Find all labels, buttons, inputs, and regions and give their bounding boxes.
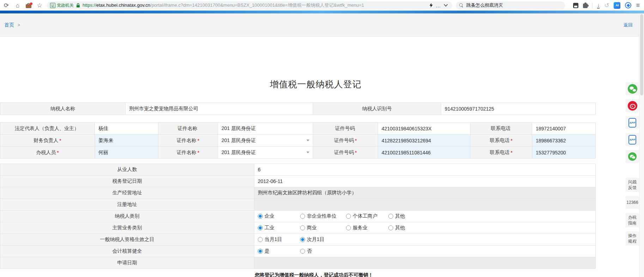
- radio-label: 非企业性单位: [307, 213, 336, 219]
- radio-option-other[interactable]: 其他: [388, 225, 431, 231]
- more-options-icon[interactable]: …: [436, 2, 441, 8]
- sidebar-wechat-mini-button[interactable]: [626, 150, 639, 163]
- sidebar-wechat-button[interactable]: [626, 82, 639, 95]
- radio-icon: [300, 214, 305, 219]
- tax-clerk-label: 办税人员*: [0, 147, 95, 159]
- radio-icon: [258, 214, 263, 219]
- home-icon[interactable]: ⌂: [14, 2, 21, 8]
- cert-name-label: 证件名称*: [158, 147, 218, 159]
- radio-option-other[interactable]: 其他: [388, 213, 431, 219]
- phone-label: 联系电话*: [470, 147, 532, 159]
- url-host: etax.hubei.chinatax.gov.cn: [96, 2, 150, 8]
- legal-rep-cert-no-value: 42100319840615323X: [378, 123, 470, 135]
- tax-clerk-phone-input[interactable]: 15327795200: [532, 147, 596, 159]
- radio-label: 商业: [307, 225, 317, 231]
- radio-icon: [346, 214, 351, 219]
- effective-date-label: 一般纳税人资格生效之日: [0, 234, 254, 246]
- cert-no-label: 证件号码*: [313, 147, 378, 159]
- reading-list-icon[interactable]: [573, 3, 578, 8]
- cert-name-label: 证件名称: [158, 123, 218, 135]
- sidebar-hotline-12366-button[interactable]: 12366: [626, 196, 639, 209]
- radio-label: 企业: [265, 213, 274, 219]
- vertical-scrollbar[interactable]: [639, 13, 644, 277]
- finance-officer-cert-name-select[interactable]: 201 居民身份证: [218, 135, 313, 147]
- undo-icon[interactable]: ↺: [604, 2, 609, 8]
- radio-option-industry[interactable]: 工业: [258, 225, 300, 231]
- label-text: 联系电话: [490, 137, 510, 144]
- sidebar-weibo-button[interactable]: [626, 99, 639, 112]
- address-bar[interactable]: 证 党政机关 https://etax.hubei.chinatax.gov.c…: [47, 1, 452, 10]
- finance-officer-name-input[interactable]: 姜海来: [95, 135, 158, 147]
- radio-option-non-enterprise[interactable]: 非企业性单位: [300, 213, 346, 219]
- toolbar-divider: [592, 2, 593, 8]
- finance-officer-phone-input[interactable]: 18986673362: [532, 135, 596, 147]
- breadcrumb-home-link[interactable]: 首页: [4, 22, 14, 28]
- ai-assistant-icon[interactable]: AI: [614, 2, 620, 9]
- sidebar-app-download-button[interactable]: APP: [626, 116, 639, 129]
- radio-label: 工业: [265, 225, 274, 231]
- page-top-gradient-bar: [0, 11, 644, 13]
- back-link[interactable]: 返回: [624, 22, 633, 28]
- radio-label: 否: [307, 248, 312, 254]
- page-title: 增值税一般纳税人登记: [0, 37, 631, 90]
- site-badge-label: 党政机关: [57, 2, 74, 8]
- required-star: *: [198, 150, 199, 155]
- taxpayer-type-radio-group: 企业 非企业性单位 个体工商户 其他: [254, 211, 596, 222]
- taxpayer-id-label: 纳税人识别号: [313, 103, 441, 115]
- radio-option-commerce[interactable]: 商业: [300, 225, 346, 231]
- sidebar-operation-rules-button[interactable]: 操作规程: [626, 231, 639, 246]
- registration-details-table: 从业人数 6 税务登记日期 2012-06-11 生产经营地址 荆州市纪南文旅区…: [0, 164, 596, 269]
- label-text: 证件号码: [334, 137, 354, 144]
- radio-option-enterprise[interactable]: 企业: [258, 213, 300, 219]
- taxpayer-type-label: 纳税人类别: [0, 211, 254, 222]
- scrollbar-thumb[interactable]: [640, 14, 643, 95]
- lightning-icon[interactable]: [429, 3, 433, 8]
- workspace-briefcase-icon[interactable]: [25, 2, 32, 8]
- browser-window: ⟳ ⌂ ☆ 证 党政机关 https://etax.hubei.chinatax…: [0, 0, 644, 277]
- favorites-star-icon[interactable]: ☆: [36, 2, 43, 8]
- legal-rep-name-value: 杨佳: [95, 123, 158, 135]
- radio-option-next-month[interactable]: 次月1日: [300, 236, 342, 243]
- sidebar-feedback-button[interactable]: 问题反馈: [626, 178, 639, 192]
- reload-icon[interactable]: ⟳: [3, 2, 10, 8]
- tax-clerk-cert-name-select[interactable]: 201 居民身份证: [218, 147, 313, 159]
- radio-icon: [300, 225, 305, 230]
- radio-option-individual-business[interactable]: 个体工商户: [346, 213, 388, 219]
- label-text: 办税人员: [36, 149, 56, 156]
- radio-option-yes[interactable]: 是: [258, 248, 300, 254]
- tax-registration-date-label: 税务登记日期: [0, 176, 254, 187]
- registered-address-value: [254, 199, 596, 211]
- menu-icon[interactable]: ≡: [636, 2, 640, 8]
- finance-officer-label: 财务负责人*: [0, 135, 95, 147]
- required-star: *: [198, 138, 199, 143]
- download-icon[interactable]: ↓: [597, 2, 600, 8]
- required-star: *: [355, 150, 357, 155]
- employees-count-value: 6: [254, 164, 596, 176]
- browser-logo-icon[interactable]: [625, 2, 631, 8]
- tax-clerk-name-input[interactable]: 何丽: [95, 147, 158, 159]
- label-text: 证件名称: [177, 149, 196, 156]
- search-box[interactable]: 跳蚤怎么彻底消灭: [456, 1, 565, 10]
- extensions-puzzle-icon[interactable]: [583, 4, 588, 8]
- radio-option-no[interactable]: 否: [300, 248, 342, 254]
- url-text: https://etax.hubei.chinatax.gov.cn/porta…: [83, 2, 427, 8]
- radio-option-current-month[interactable]: 当月1日: [258, 236, 300, 243]
- taxpayer-name-label: 纳税人名称: [0, 103, 126, 115]
- label-text: 法定代表人（负责人、业主）: [15, 125, 79, 132]
- label-text: 联系电话: [491, 125, 511, 132]
- legal-rep-cert-name-value: 201 居民身份证: [218, 123, 313, 135]
- taxpayer-basic-table: 纳税人名称 荆州市宠之爱宠物用品有限公司 纳税人识别号 914210005971…: [0, 102, 596, 115]
- radio-icon: [258, 237, 263, 242]
- chevron-down-icon[interactable]: [444, 2, 448, 6]
- search-icon: [459, 3, 463, 7]
- radio-label: 其他: [395, 225, 405, 231]
- radio-option-services[interactable]: 服务业: [346, 225, 388, 231]
- finance-officer-cert-no-input[interactable]: 412822198503212694: [378, 135, 470, 147]
- search-query[interactable]: 跳蚤怎么彻底消灭: [466, 2, 503, 8]
- sidebar-tax-guide-button[interactable]: 办税指南: [626, 213, 639, 227]
- sidebar-spacer: [626, 167, 639, 173]
- tax-clerk-cert-no-input[interactable]: 421002198511081446: [378, 147, 470, 159]
- application-date-label: 申请日期: [0, 257, 254, 269]
- sidebar-app-download-button-2[interactable]: APP: [626, 133, 639, 146]
- site-verification-badge[interactable]: 证 党政机关: [50, 2, 74, 8]
